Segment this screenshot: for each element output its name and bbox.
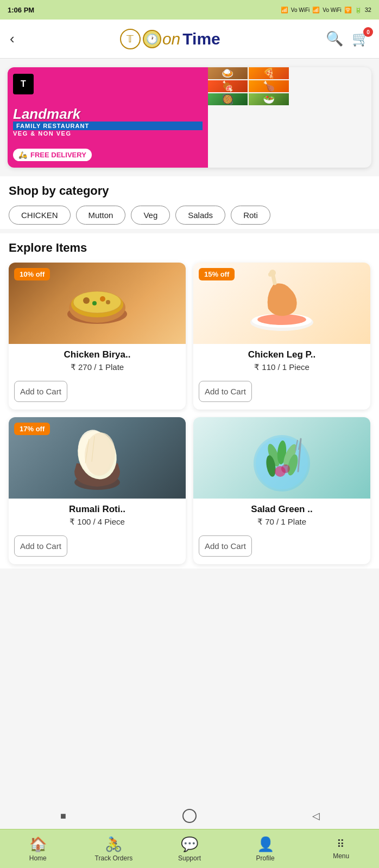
header-logo: 𝕋 🕐 onTime — [120, 29, 220, 49]
nav-menu-label: Menu — [333, 852, 349, 860]
profile-icon: 👤 — [257, 836, 274, 853]
add-to-cart-salad[interactable]: Add to Cart — [199, 535, 252, 557]
scooter-icon: 🛵 — [18, 151, 27, 159]
cart-badge: 0 — [363, 27, 373, 37]
category-section-title: Shop by category — [9, 184, 370, 198]
nav-track-orders[interactable]: 🚴 Track Orders — [76, 833, 152, 865]
banner-name-block: Landmark FAMILY RESTAURANT VEG & NON VEG — [13, 106, 203, 137]
item-price-chicken-leg: ₹ 110 / 1 Piece — [199, 362, 365, 372]
banner-logo-text: T — [21, 79, 26, 89]
android-home-button[interactable] — [181, 808, 198, 824]
nav-profile[interactable]: 👤 Profile — [228, 833, 304, 865]
nav-menu[interactable]: ⠿ Menu — [303, 834, 379, 863]
banner-food-6: 🥗 — [249, 93, 289, 105]
logo-on-text: on — [162, 30, 180, 48]
item-name-chicken-leg: Chicken Leg P.. — [199, 349, 365, 360]
menu-icon: ⠿ — [337, 838, 346, 851]
nav-home[interactable]: 🏠 Home — [0, 833, 76, 865]
cart-button[interactable]: 🛒 0 — [352, 30, 369, 47]
battery-level: 32 — [365, 7, 371, 13]
item-rumali-roti: 17% off Rum — [9, 417, 186, 564]
main-content: T Landmark FAMILY RESTAURANT VEG & NON V… — [0, 67, 379, 644]
nav-home-label: Home — [29, 854, 47, 862]
battery-icon: 🔋 — [355, 7, 362, 14]
restaurant-banner[interactable]: T Landmark FAMILY RESTAURANT VEG & NON V… — [8, 67, 371, 168]
bottom-navigation: 🏠 Home 🚴 Track Orders 💬 Support 👤 Profil… — [0, 829, 379, 868]
android-recents-button[interactable]: ■ — [55, 808, 71, 824]
item-salad-green: Salad Green .. ₹ 70 / 1 Plate Add to Car… — [193, 417, 370, 564]
item-price-roti: ₹ 100 / 4 Piece — [14, 517, 180, 527]
support-icon: 💬 — [181, 836, 198, 853]
add-to-cart-chicken-leg[interactable]: Add to Cart — [199, 381, 252, 402]
wifi-icon: 📶 — [312, 7, 320, 14]
back-triangle-icon: ◁ — [312, 810, 320, 822]
banner-delivery: 🛵 FREE DELIVERY — [13, 149, 92, 161]
explore-section: Explore Items 10% off — [0, 233, 379, 569]
items-grid: 10% off Chicken Birya.. — [9, 263, 370, 564]
category-chicken[interactable]: CHICKEN — [9, 206, 71, 225]
svg-point-14 — [268, 272, 273, 277]
discount-badge-2: 15% off — [199, 268, 235, 280]
wifi-label: Vo WiFi — [291, 7, 309, 13]
home-circle-icon — [182, 809, 197, 823]
item-name-biryani: Chicken Birya.. — [14, 349, 180, 360]
nav-track-orders-label: Track Orders — [95, 854, 133, 862]
category-pills: CHICKEN Mutton Veg Salads Roti — [9, 206, 370, 225]
back-button[interactable]: ‹ — [10, 30, 15, 47]
wifi2-icon: 🛜 — [344, 7, 352, 14]
svg-point-7 — [106, 300, 110, 304]
status-bar: 1:06 PM 📶 Vo WiFi 📶 Vo WiFi 🛜 🔋 32 — [0, 0, 379, 20]
salad-illustration — [247, 423, 317, 493]
banner-food-5: 🥘 — [208, 93, 248, 105]
category-veg[interactable]: Veg — [131, 206, 170, 225]
recents-icon: ■ — [60, 810, 66, 822]
wifi-label2: Vo WiFi — [323, 7, 341, 13]
nav-support[interactable]: 💬 Support — [151, 833, 228, 865]
add-to-cart-biryani[interactable]: Add to Cart — [14, 381, 67, 402]
category-salads[interactable]: Salads — [175, 206, 225, 225]
search-icon[interactable]: 🔍 — [326, 30, 343, 47]
item-name-salad: Salad Green .. — [199, 504, 365, 515]
item-price-biryani: ₹ 270 / 1 Plate — [14, 362, 180, 372]
biryani-illustration — [65, 271, 130, 336]
discount-badge-1: 10% off — [14, 268, 50, 280]
banner-food-4: 🍗 — [249, 80, 289, 92]
banner-right: 🍛 🍕 🍖 🍗 🥘 🥗 — [208, 67, 372, 168]
category-roti[interactable]: Roti — [231, 206, 270, 225]
banner-delivery-text: FREE DELIVERY — [30, 151, 86, 159]
banner-tagline: VEG & NON VEG — [13, 130, 203, 137]
banner-food-1: 🍛 — [208, 67, 248, 79]
item-info-salad: Salad Green .. ₹ 70 / 1 Plate — [193, 499, 370, 535]
chicken-leg-illustration — [247, 268, 317, 339]
item-image-salad — [193, 417, 370, 499]
logo-t-icon: 𝕋 — [120, 29, 141, 49]
item-info-chicken-leg: Chicken Leg P.. ₹ 110 / 1 Piece — [193, 344, 370, 381]
banner-logo-box: T — [13, 74, 34, 94]
item-chicken-biryani: 10% off Chicken Birya.. — [9, 263, 186, 410]
header: ‹ 𝕋 🕐 onTime 🔍 🛒 0 — [0, 20, 379, 59]
banner-left: T Landmark FAMILY RESTAURANT VEG & NON V… — [8, 67, 208, 168]
logo-time-text: Time — [182, 30, 220, 48]
svg-point-6 — [92, 301, 97, 305]
status-time: 1:06 PM — [8, 6, 34, 14]
category-section: Shop by category CHICKEN Mutton Veg Sala… — [0, 176, 379, 229]
item-name-roti: Rumali Roti.. — [14, 504, 180, 515]
android-back-button[interactable]: ◁ — [308, 808, 324, 824]
banner-food-3: 🍖 — [208, 80, 248, 92]
nav-support-label: Support — [178, 854, 201, 862]
svg-point-4 — [83, 297, 90, 304]
android-nav-bar: ■ ◁ — [0, 803, 379, 829]
item-info-biryani: Chicken Birya.. ₹ 270 / 1 Plate — [9, 344, 186, 381]
item-chicken-leg: 15% off — [193, 263, 370, 410]
add-to-cart-roti[interactable]: Add to Cart — [14, 535, 67, 557]
logo-clock-icon: 🕐 — [143, 30, 161, 48]
banner-subtitle: FAMILY RESTAURANT — [13, 122, 203, 130]
svg-point-29 — [281, 464, 290, 473]
item-price-salad: ₹ 70 / 1 Plate — [199, 517, 365, 527]
status-icons: 📶 Vo WiFi 📶 Vo WiFi 🛜 🔋 32 — [281, 7, 371, 14]
category-mutton[interactable]: Mutton — [76, 206, 126, 225]
discount-badge-3: 17% off — [14, 423, 50, 435]
signal-icon: 📶 — [281, 7, 288, 14]
header-actions: 🔍 🛒 0 — [326, 30, 369, 47]
explore-section-title: Explore Items — [9, 241, 370, 255]
